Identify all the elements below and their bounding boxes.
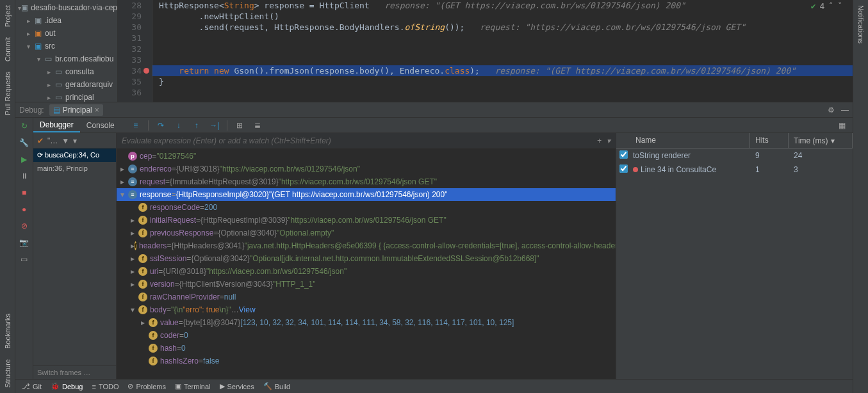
sidebar-commit[interactable]: Commit <box>3 32 13 67</box>
sidebar-pull-requests[interactable]: Pull Requests <box>3 67 13 120</box>
col-time[interactable]: Time (ms)▾ <box>789 133 853 148</box>
tool-window-bar: ⎇ Git 🐞 Debug ≡ TODO ⊘ Problems ▣ Termin… <box>15 379 853 393</box>
up-icon[interactable]: ˆ <box>828 1 833 11</box>
overhead-enable-checkbox[interactable] <box>619 164 628 173</box>
sidebar-bookmarks[interactable]: Bookmarks <box>3 309 13 354</box>
package-icon: ▭ <box>54 93 63 102</box>
show-execution-point-icon[interactable]: ≡ <box>130 120 142 131</box>
camera-icon[interactable]: 📷 <box>19 237 30 248</box>
overhead-enable-checkbox[interactable] <box>619 150 628 159</box>
field-badge-icon: f <box>149 344 158 353</box>
evaluate-input[interactable]: Evaluate expression (Enter) or add a wat… <box>122 136 331 145</box>
var-headers[interactable]: ▸fheaders = {HttpHeaders@3041} "java.net… <box>117 239 616 252</box>
var-body[interactable]: ▾fbody = "{\n "erro": true\n}" … View <box>117 303 616 316</box>
tree-pkg[interactable]: ▾▭br.com.desafiobu <box>15 52 117 65</box>
minimize-icon[interactable]: — <box>841 106 849 115</box>
var-cep[interactable]: pcep = "01297546" <box>117 150 616 163</box>
view-breakpoints-button[interactable]: ● <box>19 204 30 215</box>
var-uri[interactable]: ▸furi = {URI@3018} "https://viacep.com.b… <box>117 265 616 278</box>
bottom-git[interactable]: ⎇ Git <box>22 382 42 390</box>
field-badge-icon: f <box>135 241 136 250</box>
var-body-coder[interactable]: fcoder = 0 <box>117 329 616 342</box>
project-tree[interactable]: ▾▣desafio-buscador-via-cep ▸▣.idea ▸▣out… <box>15 0 118 102</box>
tree-root[interactable]: ▾▣desafio-buscador-via-cep <box>15 1 117 14</box>
pause-button[interactable]: ⏸ <box>19 170 30 182</box>
col-name[interactable]: Name <box>630 133 750 148</box>
expand-icon[interactable]: ▾ <box>607 136 610 145</box>
sidebar-notifications[interactable]: Notifications <box>856 0 866 49</box>
rerun-button[interactable]: ↻ <box>19 120 30 132</box>
variables-tree[interactable]: pcep = "01297546" ▸≡endereco = {URI@3018… <box>117 148 616 379</box>
tree-src[interactable]: ▾▣src <box>15 40 117 52</box>
modify-run-button[interactable]: 🔧 <box>19 137 30 148</box>
tree-idea[interactable]: ▸▣.idea <box>15 14 117 27</box>
step-into-icon[interactable]: ↓ <box>173 120 184 131</box>
package-icon: ▭ <box>54 67 63 76</box>
field-badge-icon: f <box>149 357 158 365</box>
more-icon[interactable]: ▾ <box>73 136 77 145</box>
layout-icon[interactable]: ▭ <box>19 253 30 265</box>
tab-debugger[interactable]: Debugger <box>33 118 80 132</box>
var-version[interactable]: ▸fversion = {HttpClient$Version@3043} "H… <box>117 278 616 291</box>
thread-label: "… <box>47 136 58 145</box>
sidebar-project[interactable]: Project <box>3 0 13 32</box>
bottom-terminal[interactable]: ▣ Terminal <box>175 382 211 390</box>
field-badge-icon: f <box>138 216 147 225</box>
view-link[interactable]: View <box>239 305 256 314</box>
stop-button[interactable]: ■ <box>19 187 30 198</box>
frame-1[interactable]: main:36, Princip <box>33 162 116 175</box>
var-initialRequest[interactable]: ▸finitialRequest = {HttpRequestImpl@3039… <box>117 214 616 227</box>
breakpoint-dot-icon <box>633 167 638 172</box>
bottom-todo[interactable]: ≡ TODO <box>92 383 119 390</box>
var-previousResponse[interactable]: ▸fpreviousResponse = {Optional@3040} "Op… <box>117 227 616 239</box>
filter-icon[interactable]: ▼ <box>61 136 69 145</box>
step-out-icon[interactable]: ↑ <box>191 120 202 131</box>
var-rawChannelProvider[interactable]: frawChannelProvider = null <box>117 291 616 303</box>
field-badge-icon: f <box>138 203 147 212</box>
tab-console[interactable]: Console <box>80 118 121 132</box>
var-responseCode[interactable]: fresponseCode = 200 <box>117 201 616 214</box>
sidebar-structure[interactable]: Structure <box>3 354 13 393</box>
thread-check-icon: ✔ <box>37 136 44 145</box>
bottom-debug[interactable]: 🐞 Debug <box>51 382 83 390</box>
overhead-row-1[interactable]: Line 34 in ConsultaCe 1 3 <box>616 163 853 177</box>
inspections-icon[interactable]: ✔ <box>811 1 816 11</box>
settings-icon[interactable]: ⚙ <box>828 106 835 115</box>
folder-icon: ▣ <box>33 42 42 51</box>
frame-0[interactable]: ⟳ buscaCep:34, Co <box>33 148 116 162</box>
add-watch-icon[interactable]: + <box>597 136 602 145</box>
field-badge-icon: f <box>138 267 147 276</box>
overhead-layout-icon[interactable]: ▦ <box>836 120 848 131</box>
close-icon[interactable]: × <box>95 106 99 115</box>
var-request[interactable]: ▸≡request = {ImmutableHttpRequest@3019} … <box>117 175 616 188</box>
mute-breakpoints-button[interactable]: ⊘ <box>19 220 30 232</box>
var-sslSession[interactable]: ▸fsslSession = {Optional@3042} "Optional… <box>117 252 616 265</box>
inspections-count: 4 <box>820 1 825 11</box>
run-to-cursor-icon[interactable]: →| <box>209 120 220 131</box>
resume-button[interactable]: ▶ <box>19 154 30 165</box>
overhead-row-0[interactable]: toString renderer 9 24 <box>616 148 853 163</box>
bottom-services[interactable]: ▶ Services <box>220 382 254 390</box>
trace-icon[interactable]: ≣ <box>252 120 263 131</box>
overhead-panel: Name Hits Time (ms)▾ toString renderer 9… <box>616 133 853 379</box>
code-editor[interactable]: 28 29 30 31 32 33 34 35 36 HttpResponse<… <box>118 0 853 102</box>
param-badge-icon: p <box>128 152 137 161</box>
var-body-hashIsZero[interactable]: fhashIsZero = false <box>117 355 616 367</box>
col-hits[interactable]: Hits <box>750 133 789 148</box>
tree-principal[interactable]: ▸▭principal <box>15 91 117 102</box>
bottom-problems[interactable]: ⊘ Problems <box>127 382 165 390</box>
bottom-build[interactable]: 🔨 Build <box>263 382 290 390</box>
debug-run-tab[interactable]: ▤ Principal × <box>49 104 103 116</box>
tree-consulta[interactable]: ▸▭consulta <box>15 65 117 78</box>
breakpoint-line-34[interactable]: 34 <box>118 65 142 76</box>
switch-frames[interactable]: Switch frames … <box>33 365 116 379</box>
step-over-icon[interactable]: ↷ <box>155 120 167 131</box>
tree-out[interactable]: ▸▣out <box>15 27 117 40</box>
var-body-hash[interactable]: fhash = 0 <box>117 342 616 355</box>
var-body-value[interactable]: ▸fvalue = {byte[18]@3047} [123, 10, 32, … <box>117 316 616 329</box>
down-icon[interactable]: ˇ <box>837 1 842 11</box>
var-endereco[interactable]: ▸≡endereco = {URI@3018} "https://viacep.… <box>117 163 616 175</box>
evaluate-icon[interactable]: ⊞ <box>234 120 245 131</box>
tree-gerador[interactable]: ▸▭geradorarquiv <box>15 78 117 91</box>
var-response[interactable]: ▾≡response = {HttpResponseImpl@3020} "(G… <box>117 188 616 201</box>
